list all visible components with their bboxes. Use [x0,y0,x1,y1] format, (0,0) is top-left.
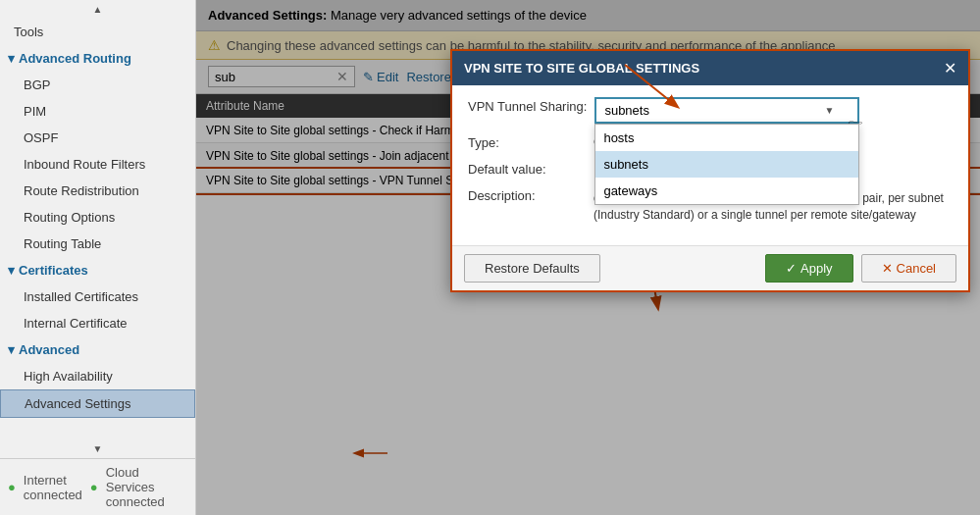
sidebar-scroll-up[interactable]: ▲ [0,0,195,19]
sidebar-item-tools[interactable]: Tools [0,19,195,45]
internet-status-label: Internet connected [24,473,82,502]
x-icon: ✕ [882,261,893,276]
sidebar-item-inbound-route-filters[interactable]: Inbound Route Filters [0,151,195,178]
sidebar-item-pim[interactable]: PIM [0,98,195,125]
vpn-tunnel-sharing-row: VPN Tunnel Sharing: subnets ▼ hosts subn… [468,97,953,124]
dropdown-option-hosts[interactable]: hosts [595,125,858,151]
sidebar-item-ospf[interactable]: OSPF [0,125,195,151]
modal-header: VPN SITE TO SITE GLOBAL SETTINGS ✕ [452,51,968,85]
sidebar: ▲ Tools ▾Advanced Routing BGP PIM OSPF I… [0,0,196,515]
cloud-status-icon: ● [90,480,98,494]
dropdown-option-gateways[interactable]: gateways [595,178,858,204]
vpn-settings-modal: VPN SITE TO SITE GLOBAL SETTINGS ✕ VPN T… [450,49,970,292]
type-label: Type: [468,133,586,150]
cloud-status-label: Cloud Services connected [106,465,187,509]
sidebar-scroll-down[interactable]: ▼ [0,439,195,458]
modal-cancel-button[interactable]: ✕ Cancel [861,254,956,283]
sidebar-item-internal-certificate[interactable]: Internal Certificate [0,310,195,336]
dropdown-value: subnets [604,103,649,118]
modal-body: VPN Tunnel Sharing: subnets ▼ hosts subn… [452,85,968,245]
sidebar-item-advanced-settings[interactable]: Advanced Settings [0,389,195,418]
description-label: Description: [468,186,586,203]
modal-restore-defaults-button[interactable]: Restore Defaults [464,254,600,283]
modal-backdrop: VPN SITE TO SITE GLOBAL SETTINGS ✕ VPN T… [196,0,980,515]
check-icon: ✓ [786,261,797,276]
sidebar-item-installed-certificates[interactable]: Installed Certificates [0,283,195,310]
modal-apply-button[interactable]: ✓ Apply [765,254,853,283]
sidebar-item-routing-options[interactable]: Routing Options [0,204,195,231]
modal-title: VPN SITE TO SITE GLOBAL SETTINGS [464,61,699,76]
sidebar-item-route-redistribution[interactable]: Route Redistribution [0,178,195,204]
sidebar-footer: ● Internet connected ● Cloud Services co… [0,458,195,515]
modal-footer: Restore Defaults ✓ Apply ✕ Cancel [452,245,968,290]
internet-status-icon: ● [8,480,16,494]
sidebar-item-advanced[interactable]: ▾Advanced [0,336,195,363]
sidebar-item-routing-table[interactable]: Routing Table [0,231,195,257]
sidebar-item-certificates[interactable]: ▾Certificates [0,257,195,283]
modal-close-button[interactable]: ✕ [944,59,956,77]
main-panel: Advanced Settings: Manage very advanced … [196,0,980,515]
vpn-tunnel-sharing-label: VPN Tunnel Sharing: [468,97,587,114]
default-value-label: Default value: [468,160,586,177]
chevron-down-icon: ▼ [825,105,835,116]
footer-action-buttons: ✓ Apply ✕ Cancel [765,254,956,283]
dropdown-selected[interactable]: subnets ▼ [594,97,859,124]
sidebar-item-high-availability[interactable]: High Availability [0,363,195,389]
dropdown-option-subnets[interactable]: subnets [595,151,858,178]
dropdown-list: hosts subnets gateways [594,124,859,205]
dropdown-wrap: subnets ▼ hosts subnets gateways ☞ [594,97,859,124]
sidebar-item-bgp[interactable]: BGP [0,72,195,98]
sidebar-item-advanced-routing[interactable]: ▾Advanced Routing [0,45,195,72]
